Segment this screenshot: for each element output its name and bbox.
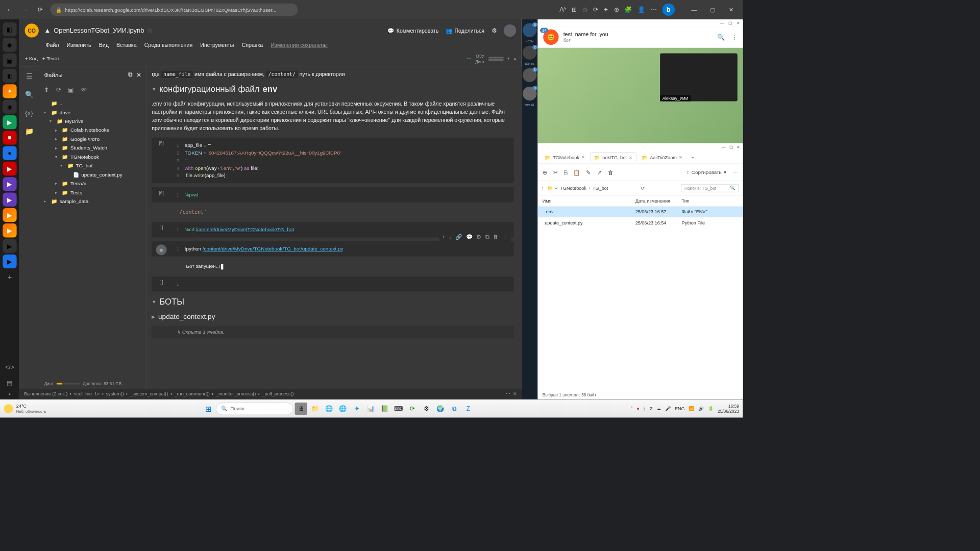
code-editor[interactable]: 1app_file = ''' 2TOKEN = '6042046167:AAH…: [171, 138, 514, 183]
more-icon[interactable]: ⋯: [506, 391, 510, 397]
add-code-button[interactable]: + Код: [25, 56, 38, 61]
file-row[interactable]: .env 25/06/23 16:57 Файл "ENV": [538, 207, 743, 217]
tree-node[interactable]: ▾📁drive: [39, 108, 146, 116]
search-icon[interactable]: 🔍: [25, 90, 34, 99]
star-icon[interactable]: ☆: [147, 27, 153, 35]
reader-icon[interactable]: ⊞: [572, 6, 577, 13]
expand-icon[interactable]: ▶: [152, 314, 155, 319]
hidden-cells[interactable]: ↳ Скрыта 1 ячейка.: [152, 326, 513, 338]
tree-node[interactable]: ▸📁Tests: [39, 188, 146, 196]
rail-item[interactable]: ◧: [3, 22, 16, 36]
taskbar-app[interactable]: ✈: [351, 403, 363, 415]
code-cell-running[interactable]: ↑ ↓ 🔗 💬 ⚙ ⧉ 🗑 ⋮ ◼ 1!python /content/driv…: [152, 241, 513, 257]
text-size-icon[interactable]: Aᴬ: [559, 6, 566, 13]
collapse-icon[interactable]: ▼: [152, 87, 156, 92]
clock[interactable]: 16:59 25/06/2023: [718, 404, 739, 413]
close-icon[interactable]: ✕: [581, 155, 584, 159]
tree-node[interactable]: ▾📁TGNotebook: [39, 153, 146, 161]
tree-file[interactable]: 📄update_context.py: [39, 170, 146, 179]
rail-item[interactable]: ▶: [3, 115, 16, 129]
rail-item[interactable]: ◆: [3, 38, 16, 52]
taskbar-app[interactable]: 🌍: [434, 403, 447, 415]
maximize-button[interactable]: ▢: [705, 4, 720, 16]
rail-item[interactable]: ▶: [3, 177, 16, 191]
favorites-icon[interactable]: ✦: [603, 6, 608, 13]
mic-icon[interactable]: 🎤: [665, 406, 671, 412]
explorer-tab[interactable]: 📁AailDir\Zoom✕: [638, 152, 686, 162]
menu-icon[interactable]: ⋯: [651, 6, 657, 13]
close-icon[interactable]: ✕: [136, 71, 141, 78]
code-icon[interactable]: </>: [3, 360, 16, 374]
explorer-tab[interactable]: 📁ook\TG_bot✕: [590, 152, 636, 162]
share-icon[interactable]: ↗: [597, 169, 602, 176]
gear-icon[interactable]: ⚙: [476, 233, 481, 240]
taskbar-app[interactable]: Z: [462, 403, 474, 415]
refresh-icon[interactable]: ⟳: [641, 185, 645, 191]
terminal-icon[interactable]: ▤: [3, 376, 16, 390]
close-icon[interactable]: ✕: [679, 155, 682, 159]
rail-item[interactable]: ▶: [3, 192, 16, 206]
tree-node[interactable]: ▾📁MyDrive: [39, 117, 146, 126]
close-icon[interactable]: ✕: [629, 155, 632, 159]
tree-node[interactable]: ▸📁TerraAi: [39, 179, 146, 188]
bing-button[interactable]: b: [663, 4, 675, 16]
lang-indicator[interactable]: ENG: [675, 406, 685, 412]
comment-button[interactable]: 💬Комментировать: [387, 28, 438, 34]
chevron-down-icon[interactable]: ▾: [507, 56, 510, 61]
avatar[interactable]: [504, 24, 516, 37]
code-editor[interactable]: 1!python /content/drive/MyDrive/TGNotebo…: [171, 241, 514, 257]
menu-file[interactable]: Файл: [45, 42, 59, 48]
start-button[interactable]: ⊞: [202, 403, 214, 415]
mirror-icon[interactable]: ⧉: [485, 233, 489, 240]
toc-icon[interactable]: ☰: [26, 72, 32, 81]
address-bar[interactable]: 🔒 https://colab.research.google.com/driv…: [51, 4, 298, 16]
explorer-tab[interactable]: 📁TGNotebook✕: [541, 152, 589, 162]
refresh-button[interactable]: ⟳: [35, 4, 45, 15]
code-editor[interactable]: 1: [171, 277, 514, 292]
close-icon[interactable]: ✕: [513, 391, 517, 397]
more-icon[interactable]: ⋮: [731, 33, 738, 40]
explorer-search[interactable]: Поиск в: TG_bot🔍: [681, 184, 739, 192]
column-headers[interactable]: Имя Дата изменения Тип: [538, 196, 743, 207]
rail-item[interactable]: ◉: [3, 100, 16, 114]
section-header[interactable]: ▼ конфигурационный файл env: [152, 84, 513, 94]
upload-icon[interactable]: ⬆: [44, 86, 49, 93]
rail-item[interactable]: ▶: [3, 239, 16, 253]
taskbar-search[interactable]: 🔍 Поиск: [216, 403, 293, 415]
forward-button[interactable]: →: [19, 4, 30, 15]
chat-area[interactable]: Aleksey_УИИ: [538, 48, 743, 143]
code-cell[interactable]: [ ] 1: [152, 277, 513, 292]
up-button[interactable]: ↑: [542, 185, 544, 191]
menu-edit[interactable]: Изменить: [67, 42, 91, 48]
rail-item[interactable]: ■: [3, 131, 16, 144]
rail-item[interactable]: ▶: [3, 255, 16, 268]
taskbar-app[interactable]: 🖥: [295, 403, 307, 415]
tree-node[interactable]: ▾📁TG_bot: [39, 161, 146, 170]
back-button[interactable]: ←: [4, 4, 15, 15]
rail-add[interactable]: +: [3, 270, 16, 284]
minimize-button[interactable]: —: [687, 4, 702, 16]
taskbar-app[interactable]: ⚙: [420, 403, 432, 415]
tg-chat[interactable]: 6: [523, 23, 536, 37]
rail-item[interactable]: ✦: [3, 84, 16, 98]
onedrive-icon[interactable]: ☁: [656, 406, 661, 412]
tree-node[interactable]: ▸📁Colab Notebooks: [39, 126, 146, 134]
delete-icon[interactable]: 🗑: [493, 233, 499, 240]
hide-icon[interactable]: 👁: [81, 86, 87, 93]
close-button[interactable]: ✕: [737, 21, 740, 25]
move-up-icon[interactable]: ↑: [442, 233, 445, 240]
maximize-button[interactable]: ▢: [728, 21, 732, 25]
close-button[interactable]: ✕: [737, 145, 740, 149]
new-tab[interactable]: +: [688, 152, 698, 162]
delete-icon[interactable]: 🗑: [608, 169, 614, 176]
cut-icon[interactable]: ✂: [553, 169, 558, 176]
link-icon[interactable]: 🔗: [455, 233, 462, 240]
folder-icon[interactable]: 📁: [25, 127, 34, 136]
taskbar-app[interactable]: 📊: [364, 403, 377, 415]
rail-item[interactable]: ▶: [3, 208, 16, 222]
section-header[interactable]: ▼ БОТЫ: [152, 297, 513, 307]
section-header[interactable]: ▶ update_context.py: [152, 312, 513, 320]
collections-icon[interactable]: ⊕: [614, 6, 619, 13]
gear-icon[interactable]: ⚙: [492, 27, 497, 34]
file-row[interactable]: update_context.py 25/06/23 16:54 Python …: [538, 217, 743, 228]
